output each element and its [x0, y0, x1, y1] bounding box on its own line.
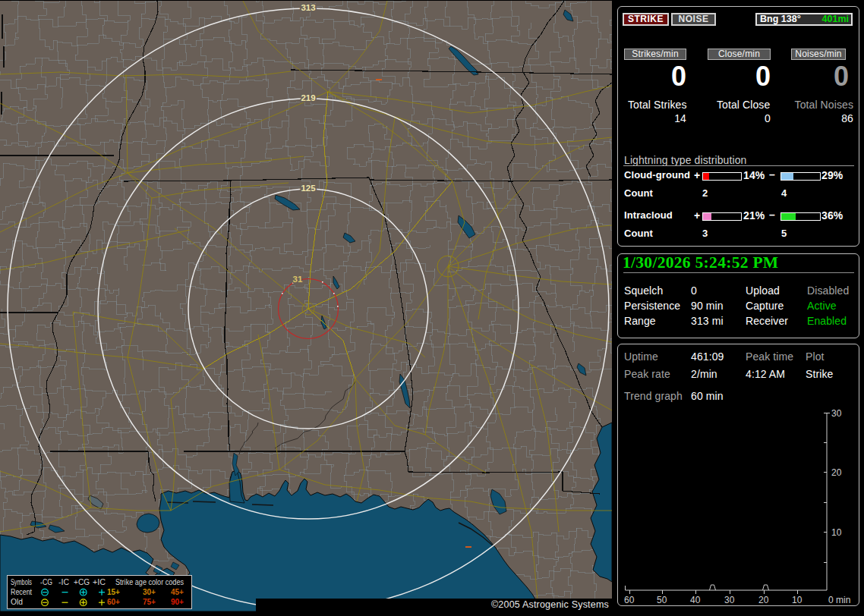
svg-text:+IC: +IC — [93, 578, 106, 586]
svg-text:31: 31 — [293, 275, 303, 284]
svg-text:30: 30 — [724, 595, 735, 605]
svg-text:90+: 90+ — [171, 598, 184, 606]
svg-text:30+: 30+ — [143, 588, 156, 596]
svg-text:Recent: Recent — [11, 588, 32, 596]
svg-text:219: 219 — [301, 93, 315, 102]
svg-text:125: 125 — [301, 184, 316, 193]
svg-text:60: 60 — [624, 595, 635, 605]
svg-text:Symbols: Symbols — [11, 578, 32, 586]
svg-text:-CG: -CG — [40, 578, 52, 586]
svg-text:313: 313 — [301, 3, 315, 12]
svg-text:30: 30 — [831, 408, 842, 419]
svg-text:40: 40 — [690, 595, 701, 605]
svg-text:10: 10 — [792, 595, 803, 605]
svg-text:50: 50 — [657, 595, 667, 605]
svg-text:-IC: -IC — [58, 578, 69, 586]
svg-text:+CG: +CG — [74, 578, 90, 586]
svg-text:20: 20 — [831, 467, 842, 478]
svg-text:75+: 75+ — [143, 598, 156, 606]
svg-text:15+: 15+ — [107, 588, 120, 596]
svg-text:45+: 45+ — [171, 588, 184, 596]
svg-text:20: 20 — [758, 595, 769, 605]
svg-text:Strike age color codes: Strike age color codes — [115, 578, 184, 586]
svg-text:0 min: 0 min — [828, 595, 850, 605]
svg-text:60+: 60+ — [107, 598, 120, 606]
svg-text:Old: Old — [11, 598, 23, 606]
svg-text:10: 10 — [831, 527, 842, 538]
